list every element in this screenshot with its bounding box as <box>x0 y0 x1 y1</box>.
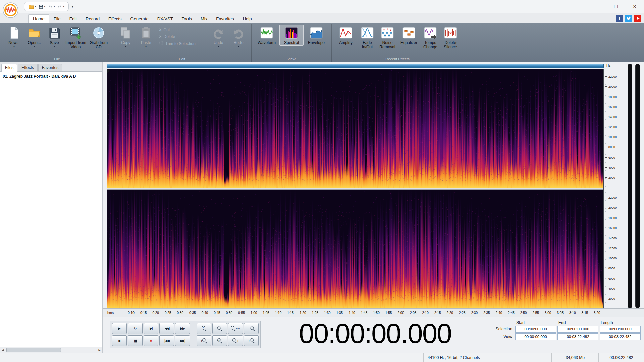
view-start-field[interactable]: 00:00:00.000 <box>515 333 556 340</box>
chevron-down-icon[interactable]: ▾ <box>218 45 219 48</box>
chevron-down-icon[interactable]: ▾ <box>34 45 35 48</box>
customize-toolbar-button[interactable]: ▾ <box>72 5 73 8</box>
zoom-in-button[interactable]: + <box>197 323 211 334</box>
cursor-marker-icon[interactable] <box>107 69 110 73</box>
scrollbar-thumb[interactable] <box>6 348 61 352</box>
seek-scrollbar[interactable] <box>107 64 604 68</box>
freq-tick-12000: 12000 <box>605 247 617 250</box>
chevron-down-icon[interactable]: ▾ <box>125 45 126 48</box>
timeline-tick-2:00: 2:00 <box>397 311 404 315</box>
amplify-button[interactable]: Amplify <box>335 25 357 46</box>
menu-tab-effects[interactable]: Effects <box>104 15 126 23</box>
noise-removal-button[interactable]: Noise Removal <box>378 25 397 50</box>
maximize-button[interactable]: □ <box>606 0 625 13</box>
spectrogram-view[interactable] <box>107 69 604 308</box>
menu-tab-file[interactable]: File <box>49 15 65 23</box>
cut-button[interactable]: × Cut <box>159 27 205 32</box>
quick-redo-button[interactable]: ▾ <box>57 4 65 9</box>
stop-button[interactable]: ■ <box>112 335 127 346</box>
chevron-down-icon[interactable]: ▾ <box>145 45 147 48</box>
timeline-tick-1:45: 1:45 <box>361 311 367 315</box>
selection-length-field[interactable]: 00:00:00.000 <box>600 326 641 333</box>
new-button[interactable]: New... ▾ <box>4 25 24 49</box>
view-length-field[interactable]: 00:03:22.482 <box>600 333 641 340</box>
chevron-down-icon[interactable]: ▾ <box>63 5 65 8</box>
rewind-button[interactable]: ◀◀ <box>159 323 174 334</box>
zoom-100-button[interactable]: 100 <box>228 323 243 334</box>
file-list-item[interactable]: 01. Zagreb Jazz Portrait - Dan, dva A D <box>0 73 102 80</box>
sidebar-tab-effects[interactable]: Effects <box>18 64 37 71</box>
chevron-down-icon[interactable]: ▾ <box>54 45 55 48</box>
loop-button[interactable]: ↻ <box>128 323 143 334</box>
freq-tick-20000: 20000 <box>605 85 617 88</box>
facebook-icon[interactable]: f <box>616 15 623 22</box>
menu-tab-home[interactable]: Home <box>28 14 49 23</box>
timeline-tick-1:10: 1:10 <box>275 311 281 315</box>
go-to-end-button[interactable]: ▶▶| <box>175 335 190 346</box>
menu-tab-mix[interactable]: Mix <box>196 15 212 23</box>
spectrogram-channel-left[interactable] <box>107 69 603 188</box>
grab-from-cd-button[interactable]: Grab from CD <box>88 25 110 50</box>
fast-forward-button[interactable]: ▶▶ <box>175 323 190 334</box>
menu-tab-edit[interactable]: Edit <box>65 15 81 23</box>
redo-button[interactable]: Redo ▾ <box>229 25 248 49</box>
menu-tab-help[interactable]: Help <box>238 15 256 23</box>
zoom-vertical-out-button[interactable]: ↕ <box>244 335 259 346</box>
save-button[interactable]: Save ▾ <box>45 25 64 49</box>
record-button[interactable]: ● <box>144 335 158 346</box>
timeline-tick-2:40: 2:40 <box>496 311 502 315</box>
envelope-view-button[interactable]: Envelope <box>304 25 328 46</box>
youtube-icon[interactable] <box>634 15 641 22</box>
copy-button[interactable]: Copy ▾ <box>116 25 136 49</box>
zoom-full-button[interactable]: ∘ <box>212 335 227 346</box>
spectral-view-button[interactable]: Spectral <box>279 25 304 46</box>
import-from-video-button[interactable]: Import from Video <box>65 25 87 50</box>
chevron-down-icon[interactable]: ▾ <box>44 5 46 8</box>
quick-undo-button[interactable]: ▾ <box>48 4 55 9</box>
scroll-right-icon[interactable]: ▶ <box>97 347 102 353</box>
open-button[interactable]: Open... ▾ <box>24 25 44 49</box>
play-button[interactable]: ▶ <box>112 323 127 334</box>
sidebar-tab-files[interactable]: Files <box>1 64 17 72</box>
zoom-to-selection-button[interactable]: [ <box>197 335 211 346</box>
paste-button[interactable]: Paste ▾ <box>136 25 156 49</box>
selection-end-field[interactable]: 00:00:00.000 <box>557 326 598 333</box>
chevron-down-icon[interactable]: ▾ <box>35 5 36 8</box>
menu-tab-generate[interactable]: Generate <box>126 15 153 23</box>
zoom-vertical-in-button[interactable]: ↕ <box>244 323 259 334</box>
trim-to-selection-button[interactable]: Trim to Selection <box>159 41 205 46</box>
menu-tab-favorites[interactable]: Favorites <box>212 15 238 23</box>
menu-tab-tools[interactable]: Tools <box>177 15 196 23</box>
close-button[interactable]: × <box>625 0 644 13</box>
zoom-out-button[interactable]: − <box>212 323 227 334</box>
timeline-ruler[interactable]: hms 0:100:150:200:250:300:350:400:450:50… <box>103 308 644 317</box>
spectrogram-channel-right[interactable] <box>107 190 603 308</box>
waveform-view-button[interactable]: Waveform <box>255 25 279 46</box>
minimize-button[interactable]: – <box>588 0 606 13</box>
quick-save-button[interactable]: ▾ <box>39 4 46 9</box>
menu-tab-dx-vst[interactable]: DX/VST <box>153 15 177 23</box>
sidebar-tab-favorites[interactable]: Favorites <box>38 64 62 71</box>
playback-cursor[interactable] <box>107 69 107 308</box>
tempo-change-button[interactable]: Tempo Change <box>421 25 440 50</box>
freq-tick-10000: 10000 <box>605 135 617 139</box>
equalizer-button[interactable]: Equalizer <box>398 25 420 46</box>
scroll-left-icon[interactable]: ◀ <box>0 347 6 353</box>
twitter-icon[interactable] <box>625 15 632 22</box>
quick-open-button[interactable]: ▾ <box>29 4 36 9</box>
chevron-down-icon[interactable]: ▾ <box>54 5 55 8</box>
sidebar-horizontal-scrollbar[interactable]: ◀ ▶ <box>0 347 102 353</box>
next-marker-button[interactable]: ▶| <box>144 323 158 334</box>
delete-button[interactable]: × Delete <box>159 34 205 39</box>
chevron-down-icon[interactable]: ▾ <box>238 45 239 48</box>
zoom-to-end-button[interactable]: ] <box>228 335 243 346</box>
delete-silence-button[interactable]: Delete Silence <box>441 25 460 50</box>
fade-in-out-button[interactable]: Fade In/Out <box>358 25 377 50</box>
go-to-start-button[interactable]: |◀◀ <box>159 335 174 346</box>
pause-button[interactable]: ▮▮ <box>128 335 143 346</box>
undo-button[interactable]: Undo ▾ <box>209 25 228 49</box>
chevron-down-icon[interactable]: ▾ <box>13 45 15 48</box>
view-end-field[interactable]: 00:03:22.482 <box>557 333 598 340</box>
selection-start-field[interactable]: 00:00:00.000 <box>515 326 556 333</box>
menu-tab-record[interactable]: Record <box>81 15 104 23</box>
